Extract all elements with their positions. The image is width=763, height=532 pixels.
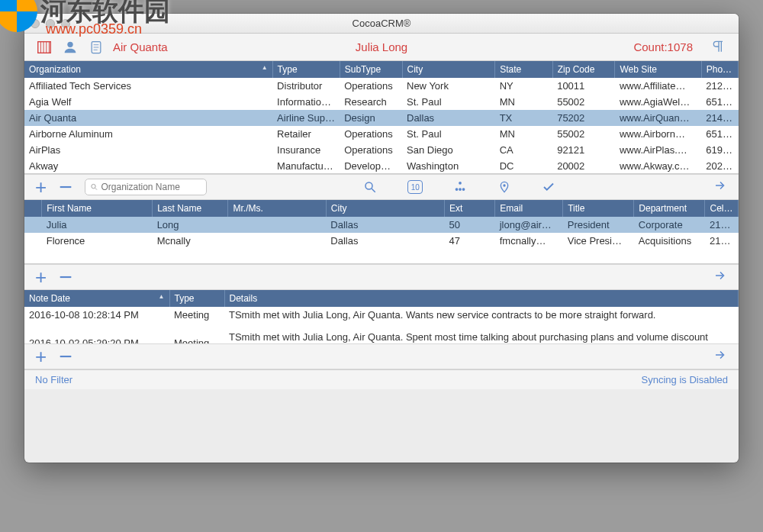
org-search-input[interactable] <box>101 182 201 192</box>
col-organization[interactable]: Organization <box>24 61 272 78</box>
notes-table: Note Date Type Details 2016-10-08 10:28:… <box>24 290 739 343</box>
footer-bar: No Filter Syncing is Disabled <box>24 369 739 389</box>
svg-rect-0 <box>38 41 51 53</box>
svg-point-15 <box>456 188 459 191</box>
selected-org-label: Air Quanta <box>113 40 168 53</box>
top-toolbar: Air Quanta Julia Long Count:1078 <box>24 34 739 61</box>
org-header-row[interactable]: Organization Type SubType City State Zip… <box>24 61 739 78</box>
count-badge[interactable]: 10 <box>407 180 423 194</box>
checkmark-icon[interactable] <box>542 180 555 194</box>
col-city[interactable]: City <box>326 200 444 217</box>
org-toolbar: + − 10 <box>24 174 739 200</box>
table-row[interactable]: Affiliated Tech ServicesDistributorOpera… <box>24 78 739 94</box>
app-window: CocoaCRM® Air Quanta Julia Long Count:10… <box>24 14 739 463</box>
hierarchy-icon[interactable] <box>453 180 467 194</box>
table-row[interactable]: JuliaLongDallas50jlong@air…PresidentCorp… <box>24 217 739 233</box>
sync-status-label[interactable]: Syncing is Disabled <box>642 374 728 385</box>
svg-line-13 <box>372 189 376 192</box>
remove-note-button[interactable]: − <box>59 343 72 369</box>
table-row[interactable]: Airborne AluminumRetailerOperationsSt. P… <box>24 126 739 142</box>
contacts-forward-button[interactable] <box>713 269 728 286</box>
filter-status-label[interactable]: No Filter <box>35 374 72 385</box>
remove-org-button[interactable]: − <box>59 174 72 200</box>
col-mrms[interactable]: Mr./Ms. <box>228 200 326 217</box>
col-subtype[interactable]: SubType <box>340 61 402 78</box>
col-department[interactable]: Department <box>634 200 705 217</box>
notes-table-container: Note Date Type Details 2016-10-08 10:28:… <box>24 290 739 343</box>
notes-forward-button[interactable] <box>713 348 728 366</box>
add-note-button[interactable]: + <box>35 345 47 369</box>
col-title[interactable]: Title <box>563 200 634 217</box>
col-type[interactable]: Type <box>272 61 340 78</box>
notes-toolbar: + − <box>24 343 739 369</box>
table-row[interactable]: 2016-10-02 05:29:20 PMMeetingTSmith met … <box>24 329 739 343</box>
search-icon <box>90 182 98 192</box>
col-firstname[interactable]: First Name <box>42 200 153 217</box>
contacts-toolbar: + − <box>24 264 739 290</box>
table-row[interactable]: AkwayManufactu…Develop…WashingtonDC20002… <box>24 158 739 174</box>
contacts-table-container: First Name Last Name Mr./Ms. City Ext Em… <box>24 200 739 264</box>
svg-point-14 <box>459 182 462 185</box>
notes-icon[interactable] <box>87 38 105 56</box>
col-note-details[interactable]: Details <box>224 290 739 307</box>
notes-header-row[interactable]: Note Date Type Details <box>24 290 739 307</box>
contact-icon[interactable] <box>61 38 79 56</box>
col-lastname[interactable]: Last Name <box>153 200 228 217</box>
col-state[interactable]: State <box>495 61 553 78</box>
search-action-icon[interactable] <box>363 180 377 194</box>
table-row[interactable]: 2016-10-08 10:28:14 PMMeetingTSmith met … <box>24 307 739 323</box>
col-note-type[interactable]: Type <box>169 290 224 307</box>
table-row[interactable]: FlorenceMcnallyDallas47fmcnally…Vice Pre… <box>24 233 739 249</box>
organizations-table: Organization Type SubType City State Zip… <box>24 61 739 174</box>
svg-point-12 <box>365 182 372 189</box>
svg-point-18 <box>504 184 506 186</box>
remove-contact-button[interactable]: − <box>59 264 72 290</box>
svg-point-16 <box>459 188 462 191</box>
table-row[interactable]: Agia WelfInformatio…ResearchSt. PaulMN55… <box>24 94 739 110</box>
organization-icon[interactable] <box>35 38 53 56</box>
col-blank[interactable] <box>24 200 42 217</box>
svg-point-10 <box>92 184 95 188</box>
org-search-box[interactable] <box>85 179 207 195</box>
col-website[interactable]: Web Site <box>615 61 701 78</box>
svg-point-17 <box>462 188 465 191</box>
add-org-button[interactable]: + <box>35 176 47 199</box>
col-email[interactable]: Email <box>495 200 563 217</box>
col-cell[interactable]: Cel… <box>705 200 739 217</box>
contacts-table: First Name Last Name Mr./Ms. City Ext Em… <box>24 200 739 249</box>
col-zip[interactable]: Zip Code <box>552 61 615 78</box>
record-count-label: Count:1078 <box>633 40 693 53</box>
col-note-date[interactable]: Note Date <box>24 290 169 307</box>
window-title: CocoaCRM® <box>353 18 411 29</box>
org-forward-button[interactable] <box>713 179 728 196</box>
contacts-header-row[interactable]: First Name Last Name Mr./Ms. City Ext Em… <box>24 200 739 217</box>
table-row[interactable]: AirPlasInsuranceOperationsSan DiegoCA921… <box>24 142 739 158</box>
col-phone[interactable]: Pho… <box>701 61 738 78</box>
svg-point-5 <box>67 41 72 47</box>
col-city[interactable]: City <box>402 61 495 78</box>
watermark-url: www.pc0359.cn <box>46 21 142 37</box>
watermark-logo-icon <box>0 0 37 32</box>
selected-contact-label: Julia Long <box>356 40 407 53</box>
svg-line-11 <box>95 188 96 189</box>
location-icon[interactable] <box>497 180 511 194</box>
add-contact-button[interactable]: + <box>35 266 47 289</box>
organizations-table-container: Organization Type SubType City State Zip… <box>24 61 739 174</box>
col-ext[interactable]: Ext <box>445 200 495 217</box>
paragraph-icon[interactable] <box>711 39 728 56</box>
table-row[interactable]: Air QuantaAirline Sup…DesignDallasTX7520… <box>24 110 739 126</box>
